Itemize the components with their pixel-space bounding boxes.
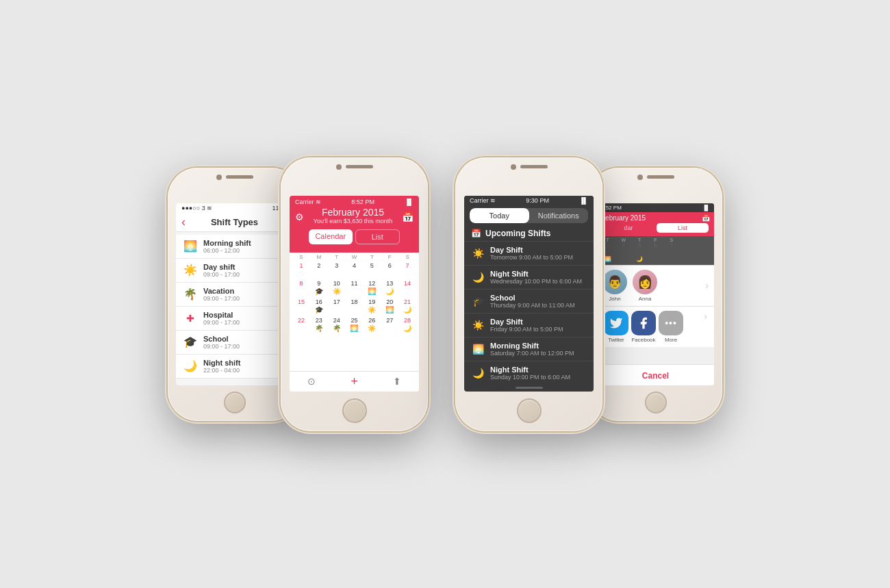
day-shift-icon: ☀️ — [471, 248, 485, 259]
list-item[interactable]: 🌅 Morning shift 06:00 - 12:00 — [176, 235, 293, 259]
calendar-header: February 2015 📅 — [601, 214, 710, 222]
settings-icon[interactable]: ⚙ — [295, 212, 304, 222]
calendar-day[interactable]: 12🌅 — [363, 279, 381, 296]
calendar-day[interactable]: 19☀️ — [363, 298, 381, 315]
list-item[interactable]: 🌴 Vacation 09:00 - 17:00 — [176, 283, 293, 307]
tab-today[interactable]: Today — [470, 208, 529, 223]
calendar-day[interactable]: 18 — [346, 298, 364, 315]
list-item[interactable]: 🌙 Night Shift Wednesday 10:00 PM to 6:00… — [464, 265, 594, 289]
phone-4: 8:52 PM ▐▌ February 2015 📅 dar List — [589, 168, 722, 421]
contact-item[interactable]: 👩 Anna — [633, 270, 657, 302]
calendar-day[interactable]: 9🎓 — [310, 279, 328, 296]
tab-list[interactable]: List — [657, 223, 709, 233]
list-item[interactable]: 🌙 Night shift 22:00 - 04:00 — [176, 355, 293, 379]
morning-shift-icon: 🌅 — [183, 240, 198, 253]
time-display: 8:52 PM — [601, 205, 622, 211]
home-indicator — [516, 387, 543, 389]
month-title: February 2015 — [304, 207, 402, 218]
cancel-button[interactable]: Cancel — [642, 371, 669, 381]
view-tabs: Calendar List — [295, 229, 414, 244]
home-button[interactable] — [517, 398, 542, 423]
calendar-grid: S M T W T F S 1 2 3 4 5 — [290, 253, 419, 336]
calendar-week: 1 2 3 4 5 6 7 — [292, 261, 416, 279]
tab-calendar[interactable]: Calendar — [309, 229, 353, 244]
list-item[interactable]: 🎓 School Thursday 9:00 AM to 11:00 AM — [464, 289, 594, 313]
shift-time: Tomorrow 9:00 AM to 5:00 PM — [490, 254, 587, 261]
time-display: 8:52 PM — [351, 199, 374, 205]
share-toolbar-button[interactable]: ⬆ — [393, 376, 401, 387]
shift-time: Friday 9:00 AM to 5:00 PM — [490, 326, 587, 333]
calendar-day[interactable]: 23🌴 — [310, 316, 328, 333]
list-item[interactable]: 🎓 School 09:00 - 17:00 — [176, 331, 293, 355]
calendar-day[interactable]: 13🌙 — [381, 279, 398, 296]
calendar-day[interactable]: 21🌙 — [398, 298, 416, 315]
calendar-day[interactable]: 24🌴 — [328, 316, 346, 333]
calendar-day[interactable]: 2 — [310, 261, 328, 279]
list-item[interactable]: ☀️ Day Shift Friday 9:00 AM to 5:00 PM — [464, 313, 594, 337]
calendar-day[interactable]: 27 — [381, 316, 398, 333]
more-share-button[interactable]: ••• More — [659, 311, 683, 343]
list-item[interactable]: ☀️ Day Shift Tomorrow 9:00 AM to 5:00 PM — [464, 241, 594, 265]
calendar-day[interactable]: 10☀️ — [328, 279, 346, 296]
calendar-day[interactable]: 8 — [292, 279, 310, 296]
calendar-day[interactable]: 16🎓 — [310, 298, 328, 315]
screen-today: Carrier ≋ 9:30 PM ▐▌ Today Notifications… — [464, 196, 594, 392]
shift-name: Vacation — [203, 287, 286, 295]
day-mon: M — [310, 254, 328, 260]
phone-2: Carrier ≋ 8:52 PM ▐▌ ⚙ February 2015 You… — [281, 157, 428, 431]
night-shift-icon: 🌙 — [183, 359, 198, 372]
day-tue: T — [328, 254, 346, 260]
list-item[interactable]: ✚ Hospital 09:00 - 17:00 — [176, 307, 293, 331]
speaker-grille — [647, 175, 674, 179]
calendar-week: 🌅 🌙 — [600, 255, 711, 264]
school-icon: 🎓 — [183, 335, 198, 348]
tab-notifications[interactable]: Notifications — [529, 208, 589, 223]
calendar-icon[interactable]: 📅 — [702, 214, 710, 222]
calendar-day[interactable]: 7 — [398, 261, 416, 279]
calendar-day[interactable]: 4 — [346, 261, 364, 279]
back-toolbar-icon[interactable]: ⊙ — [307, 376, 316, 387]
shift-name: School — [203, 335, 286, 343]
facebook-share-button[interactable]: Facebook — [631, 311, 656, 343]
calendar-day[interactable]: 20🌅 — [381, 298, 398, 315]
calendar-day[interactable]: 15 — [292, 298, 310, 315]
calendar-day[interactable]: 14 — [398, 279, 416, 296]
home-button[interactable] — [342, 398, 367, 423]
home-button[interactable] — [645, 392, 667, 413]
calendar-day[interactable]: 25🌅 — [346, 316, 364, 333]
calendar-day[interactable]: 3 — [328, 261, 346, 279]
twitter-share-button[interactable]: Twitter — [604, 311, 628, 343]
section-header: 📅 Upcoming Shifts — [464, 226, 594, 241]
calendar-day[interactable]: 5 — [363, 261, 381, 279]
tab-calendar[interactable]: dar — [602, 223, 654, 233]
contact-item[interactable]: 👨 John — [602, 270, 627, 302]
back-button[interactable]: ‹ — [181, 215, 186, 229]
list-item[interactable]: 🌙 Night Shift Sunday 10:00 PM to 6:00 AM — [464, 361, 594, 385]
days-header: TWTFS — [600, 238, 711, 242]
contact-name: John — [609, 296, 620, 302]
calendar-day[interactable]: 22 — [292, 316, 310, 333]
calendar-day[interactable]: 6 — [381, 261, 398, 279]
shift-name: Morning Shift — [490, 342, 587, 350]
speaker-grille — [226, 175, 253, 179]
add-toolbar-button[interactable]: + — [351, 374, 358, 389]
calendar-day[interactable]: 28🌙 — [398, 316, 416, 333]
twitter-label: Twitter — [608, 337, 624, 343]
list-item[interactable]: ☀️ Day shift 09:00 - 17:00 — [176, 259, 293, 283]
section-title: Upcoming Shifts — [485, 229, 550, 238]
calendar-day[interactable]: 17 — [328, 298, 346, 315]
contact-name: Anna — [639, 296, 652, 302]
night-shift-icon: 🌙 — [471, 272, 485, 283]
day-sun: S — [292, 254, 310, 260]
calendar-day[interactable]: 11 — [346, 279, 364, 296]
calendar-day[interactable]: 26☀️ — [363, 316, 381, 333]
day-thu: T — [363, 254, 381, 260]
tab-list[interactable]: List — [355, 229, 400, 244]
calendar-day[interactable]: 1 — [292, 261, 310, 279]
list-item[interactable]: 🌅 Morning Shift Saturday 7:00 AM to 12:0… — [464, 337, 594, 361]
shift-time: Saturday 7:00 AM to 12:00 PM — [490, 350, 587, 357]
calendar-icon[interactable]: 📅 — [402, 212, 414, 222]
home-button[interactable] — [224, 392, 246, 413]
calendar-header: Carrier ≋ 8:52 PM ▐▌ ⚙ February 2015 You… — [290, 196, 419, 253]
day-shift-icon: ☀️ — [183, 264, 198, 277]
